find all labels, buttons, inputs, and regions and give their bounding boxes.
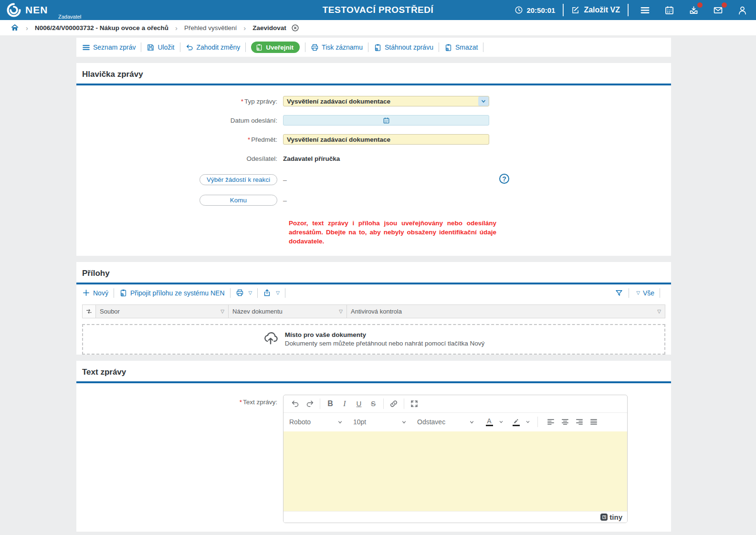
print-record-button[interactable]: Tisk záznamu <box>311 43 363 52</box>
delete-button[interactable]: Smazat <box>444 43 478 52</box>
export-attachments-button[interactable]: ▽ <box>263 289 280 297</box>
column-header-antivirus[interactable]: Antivirová kontrola ▽ <box>347 305 665 318</box>
align-justify-button[interactable] <box>587 415 601 429</box>
messages-button[interactable] <box>713 5 723 15</box>
filter-button[interactable] <box>615 289 623 297</box>
strikethrough-button[interactable]: S <box>366 397 380 410</box>
toolbar-divider <box>483 42 483 52</box>
column-filter-icon[interactable]: ▽ <box>657 309 661 314</box>
block-format-select[interactable]: Odstavec <box>417 418 474 426</box>
editor-divider <box>383 399 384 409</box>
fullscreen-button[interactable] <box>407 397 421 410</box>
font-size-value: 10pt <box>353 418 366 426</box>
help-button[interactable]: ? <box>499 174 509 184</box>
header-divider <box>628 4 629 16</box>
message-header-section: Hlavička zprávy *Typ zprávy: Vysvětlení … <box>76 63 671 256</box>
toolbar-divider <box>439 42 439 52</box>
align-left-button[interactable] <box>544 415 558 429</box>
chevron-down-icon <box>469 420 474 425</box>
show-all-filter-button[interactable]: ▽ Vše <box>634 289 654 297</box>
sent-date-input[interactable] <box>283 115 489 126</box>
tinymce-logo-icon: ◳ <box>600 514 608 521</box>
delete-label: Smazat <box>455 43 478 51</box>
save-icon <box>147 43 155 52</box>
profile-button[interactable] <box>737 5 747 15</box>
underline-button[interactable]: U <box>352 397 366 410</box>
message-type-select[interactable]: Vysvětlení zadávací dokumentace <box>283 96 489 106</box>
recipients-button[interactable]: Komu <box>200 195 277 206</box>
breadcrumb-item-overview[interactable]: Přehled vysvětlení <box>184 24 237 31</box>
align-center-button[interactable] <box>558 415 572 429</box>
subject-input[interactable]: Vysvětlení zadávací dokumentace <box>283 134 489 145</box>
toolbar-divider <box>180 42 180 52</box>
download-message-label: Stáhnout zprávu <box>385 43 433 51</box>
field-label-sender: Odesílatel: <box>76 155 283 162</box>
undo-button[interactable] <box>288 397 303 410</box>
align-right-icon <box>575 418 584 426</box>
tinymce-brand[interactable]: ◳ tiny <box>600 513 622 521</box>
download-message-button[interactable]: Stáhnout zprávu <box>374 43 433 52</box>
downloads-button[interactable] <box>689 5 699 15</box>
toolbar-divider <box>230 288 231 298</box>
column-filter-icon[interactable]: ▽ <box>220 309 224 314</box>
italic-button[interactable]: I <box>337 397 352 410</box>
column-settings-button[interactable] <box>83 305 96 318</box>
attach-clipboard-icon <box>119 289 127 297</box>
breadcrumb-separator: › <box>175 24 178 32</box>
breadcrumb-item-tender[interactable]: N006/24/V00003732 - Nákup ovoce a ořechů <box>35 24 168 31</box>
select-dropdown-button[interactable] <box>478 96 489 106</box>
toolbar-divider <box>141 42 141 52</box>
column-filter-icon[interactable]: ▽ <box>339 309 343 314</box>
calendar-button[interactable] <box>664 5 674 15</box>
create-vz-button[interactable]: Založit VZ <box>571 6 620 14</box>
download-message-icon <box>374 43 382 52</box>
request-selection-button[interactable]: Výběr žádostí k reakci <box>200 174 277 185</box>
new-attachment-button[interactable]: Nový <box>82 289 108 297</box>
show-all-label: Vše <box>643 289 654 297</box>
close-page-button[interactable] <box>291 24 299 32</box>
column-header-file[interactable]: Soubor ▽ <box>96 305 229 318</box>
save-button[interactable]: Uložit <box>147 43 174 52</box>
required-star: * <box>240 399 242 406</box>
calendar-icon[interactable] <box>383 117 390 124</box>
highlight-color-button[interactable] <box>508 415 524 429</box>
column-header-document-name[interactable]: Název dokumentu ▽ <box>229 305 347 318</box>
text-color-swatch <box>486 425 493 426</box>
clock-time: 20:50:01 <box>526 6 555 14</box>
insert-link-button[interactable] <box>387 397 401 410</box>
main-menu-button[interactable] <box>640 5 650 15</box>
fullscreen-icon <box>410 399 419 408</box>
toolbar-divider <box>245 42 246 52</box>
toolbar-divider <box>305 42 305 52</box>
attach-from-nen-button[interactable]: Připojit přílohu ze systému NEN <box>119 289 225 297</box>
font-family-select[interactable]: Roboto <box>289 418 343 426</box>
home-button[interactable] <box>10 23 19 32</box>
publish-button[interactable]: Uveřejnit <box>251 42 300 53</box>
messages-notification-badge <box>722 2 727 8</box>
field-label-type: *Typ zprávy: <box>76 98 283 105</box>
nen-logo[interactable]: NEN Zadavatel <box>7 3 97 17</box>
discard-changes-button[interactable]: Zahodit změny <box>186 43 241 52</box>
chevron-down-icon <box>481 98 486 104</box>
publish-clipboard-icon <box>255 43 263 51</box>
redo-button[interactable] <box>303 397 317 410</box>
print-attachments-button[interactable]: ▽ <box>236 289 252 297</box>
message-list-button[interactable]: Seznam zpráv <box>82 43 136 52</box>
highlight-color-menu-button[interactable] <box>524 420 532 424</box>
required-star: * <box>241 98 243 105</box>
document-dropzone[interactable]: Místo pro vaše dokumenty Dokumenty sem m… <box>82 324 665 355</box>
funnel-icon <box>615 289 623 297</box>
column-settings-icon <box>85 308 93 315</box>
text-color-button[interactable]: A <box>481 415 497 429</box>
align-left-icon <box>546 418 555 426</box>
dropzone-subtitle: Dokumenty sem můžete přetáhnout nebo nah… <box>285 340 485 347</box>
plus-icon <box>82 289 90 297</box>
message-text-input-area[interactable] <box>284 431 627 511</box>
align-right-button[interactable] <box>572 415 587 429</box>
bold-button[interactable]: B <box>323 397 337 410</box>
dropdown-triangle-icon: ▽ <box>249 290 252 295</box>
editor-statusbar: ◳ tiny <box>284 511 627 523</box>
delete-icon <box>444 43 452 52</box>
text-color-menu-button[interactable] <box>497 420 505 424</box>
font-size-select[interactable]: 10pt <box>353 418 407 426</box>
